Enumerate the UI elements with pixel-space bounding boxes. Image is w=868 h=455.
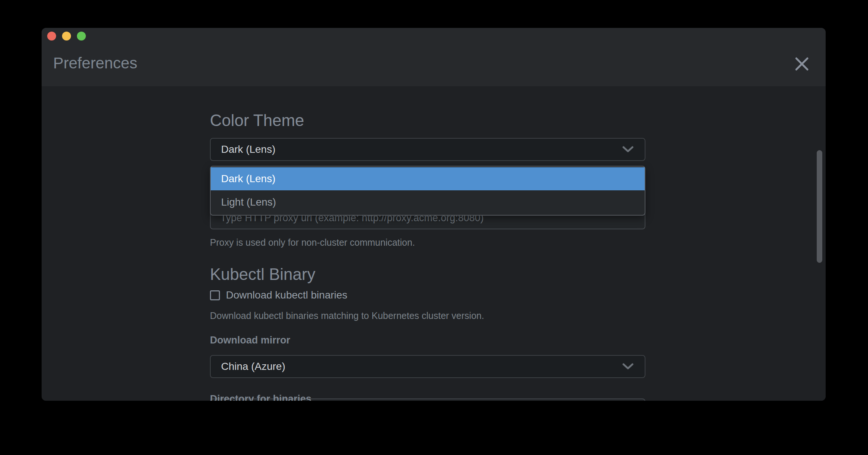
download-kubectl-checkbox[interactable] [210, 290, 220, 300]
page-title: Preferences [53, 54, 137, 72]
color-theme-heading: Color Theme [210, 111, 645, 130]
chevron-down-icon [622, 363, 634, 370]
color-theme-select[interactable]: Dark (Lens) [210, 138, 645, 161]
proxy-helper-text: Proxy is used only for non-cluster commu… [210, 236, 645, 248]
directory-for-binaries-label: Directory for binaries [210, 393, 645, 401]
dropdown-option-dark-lens[interactable]: Dark (Lens) [211, 167, 645, 190]
download-kubectl-checkbox-row[interactable]: Download kubectl binaries [210, 289, 645, 301]
color-theme-select-value: Dark (Lens) [221, 143, 622, 155]
download-kubectl-checkbox-label: Download kubectl binaries [226, 289, 347, 301]
traffic-lights [47, 32, 86, 41]
close-button[interactable] [793, 55, 811, 73]
scrollbar-thumb[interactable] [817, 150, 822, 263]
window-header: Preferences [42, 28, 826, 86]
preferences-window: Preferences Color Theme Dark (Lens) Dark… [42, 28, 826, 401]
zoom-traffic-button[interactable] [77, 32, 86, 41]
download-mirror-label: Download mirror [210, 335, 645, 346]
preferences-content: Color Theme Dark (Lens) Dark (Lens) Ligh… [42, 86, 826, 401]
kubectl-description: Download kubectl binaries matching to Ku… [210, 310, 645, 322]
minimize-traffic-button[interactable] [62, 32, 71, 41]
kubectl-binary-heading: Kubectl Binary [210, 265, 645, 284]
dropdown-option-light-lens[interactable]: Light (Lens) [211, 190, 645, 214]
chevron-down-icon [622, 146, 634, 153]
download-mirror-select-value: China (Azure) [221, 361, 622, 372]
close-icon [795, 57, 809, 71]
download-mirror-select[interactable]: China (Azure) [210, 355, 645, 378]
close-traffic-button[interactable] [47, 32, 56, 41]
color-theme-dropdown: Dark (Lens) Light (Lens) [210, 166, 645, 216]
